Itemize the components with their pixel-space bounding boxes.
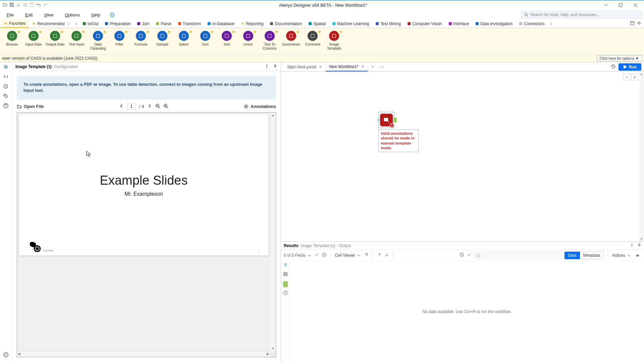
tab-new-workflow[interactable]: New Workflow1* ✕ (326, 62, 368, 71)
refresh-icon[interactable] (611, 64, 616, 70)
cell-viewer-dropdown[interactable]: Cell Viewer (335, 253, 361, 258)
category-recommended[interactable]: ★Recommended (29, 19, 73, 28)
tool-input-data[interactable]: ★Input Data (23, 29, 44, 53)
paragraph-icon[interactable] (364, 252, 369, 258)
config-tab-help-icon[interactable] (3, 103, 8, 110)
maximize-button[interactable] (613, 0, 628, 10)
redo-icon[interactable] (43, 2, 48, 8)
results-search[interactable] (474, 252, 561, 259)
category-spatial[interactable]: Spatial (305, 19, 329, 28)
menu-options[interactable]: Options (60, 11, 85, 19)
category-in-out[interactable]: In/Out (79, 19, 102, 28)
tool-select[interactable]: ★Select (173, 29, 195, 53)
page-input[interactable] (127, 103, 136, 110)
tool-browse[interactable]: ★Browse (1, 29, 23, 53)
tool-join[interactable]: ★Join (216, 29, 237, 53)
menu-view[interactable]: View (39, 11, 58, 19)
paste-icon[interactable] (30, 2, 34, 8)
links-icon[interactable]: ∞ (634, 253, 641, 258)
data-metadata-toggle[interactable]: Data Metadata (564, 251, 603, 259)
category-connectors[interactable]: Connectors (516, 19, 548, 28)
global-search[interactable]: Search for tools, help, and resources... (521, 11, 642, 19)
tab-close-icon[interactable]: ✕ (361, 64, 364, 69)
tool-image-template[interactable]: ★Image Template (323, 29, 345, 53)
category-in-database[interactable]: In-Database (204, 19, 237, 28)
page-prev-button[interactable] (119, 104, 124, 109)
canvas-node[interactable]: ! Valid annotations should be made in ma… (378, 112, 419, 152)
zoom-out-button[interactable] (155, 104, 160, 109)
image-template-node-icon[interactable]: ! (380, 114, 393, 126)
tool-text-to-columns[interactable]: ★Text To Columns (259, 29, 280, 53)
category-machine-learning[interactable]: Machine Learning (329, 19, 372, 28)
cancel-icon[interactable] (322, 252, 326, 258)
help-icon[interactable] (283, 291, 288, 297)
save-icon[interactable] (9, 2, 14, 8)
tool-union[interactable]: ★Union (237, 29, 259, 53)
page-next-button[interactable] (147, 104, 152, 109)
zoom-in-icon[interactable]: + (631, 74, 638, 80)
tool-sample[interactable]: ★Sample (152, 29, 173, 53)
output-anchor-icon[interactable] (283, 281, 288, 287)
minimize-button[interactable] (598, 0, 613, 10)
tab-start-here[interactable]: Start Here.yxmd ✕ (284, 62, 326, 71)
category-next[interactable]: › (548, 21, 554, 26)
config-tab-check-icon[interactable] (3, 352, 8, 359)
category-parse[interactable]: Parse (153, 19, 174, 28)
category-reporting[interactable]: ★Reporting (237, 19, 267, 28)
category-join[interactable]: Join (134, 19, 153, 28)
toggle-data[interactable]: Data (565, 252, 580, 259)
category-interface[interactable]: Interface (445, 19, 473, 28)
run-button[interactable]: Run (619, 63, 641, 71)
category-preparation[interactable]: Preparation (102, 19, 134, 28)
menu-file[interactable]: File (2, 11, 18, 19)
undo-icon[interactable] (36, 2, 41, 8)
tool-sort[interactable]: ★Sort (195, 29, 216, 53)
tab-add-button[interactable]: ＋ (368, 62, 377, 71)
check-icon[interactable] (467, 252, 472, 258)
category-text-mining[interactable]: Text Mining (372, 19, 404, 28)
category-transform[interactable]: Transform (175, 19, 204, 28)
category-favorites[interactable]: ★Favorites (1, 19, 29, 28)
workflow-canvas[interactable]: − + ! Valid annotations should be made i… (281, 72, 644, 241)
doc-horizontal-scrollbar[interactable] (17, 351, 270, 357)
results-kebab-icon[interactable] (630, 243, 634, 248)
tool-comment[interactable]: ★Comment (302, 29, 323, 53)
zoom-out-icon[interactable]: − (623, 74, 630, 80)
apply-icon[interactable] (314, 252, 319, 258)
globe-icon[interactable] (110, 12, 115, 17)
resize-handle-left[interactable] (377, 119, 379, 121)
copy-icon[interactable] (23, 2, 28, 8)
config-tab-clock-icon[interactable] (3, 84, 8, 90)
tool-filter[interactable]: ★Filter (109, 29, 130, 53)
config-kebab-icon[interactable] (265, 64, 269, 69)
menu-help[interactable]: Help (87, 11, 105, 19)
close-button[interactable] (628, 0, 643, 10)
menu-edit[interactable]: Edit (20, 11, 37, 19)
open-file-button[interactable]: Open File (17, 104, 44, 109)
banner-options-button[interactable]: Click here for options ▼ (597, 55, 642, 61)
arrow-up-icon[interactable] (377, 252, 382, 258)
list-icon[interactable] (283, 262, 288, 268)
config-tab-settings-icon[interactable] (3, 64, 8, 71)
toggle-metadata[interactable]: Metadata (580, 252, 603, 259)
tool-formula[interactable]: ★Formula (130, 29, 152, 53)
grid-icon[interactable] (283, 272, 288, 278)
doc-vertical-scrollbar[interactable] (270, 113, 276, 351)
config-tab-xml-icon[interactable] (3, 74, 8, 80)
category-data-investigation[interactable]: Data Investigation (472, 19, 516, 28)
tab-close-icon[interactable]: ✕ (319, 65, 322, 69)
slide-preview[interactable]: Example Slides Mr. Exampleson 12/14/21 1 (19, 115, 268, 255)
results-pin-icon[interactable] (637, 243, 641, 248)
tool-output-data[interactable]: ★Output Data (44, 29, 66, 53)
disable-icon[interactable] (460, 252, 464, 258)
config-tab-tag-icon[interactable] (3, 94, 8, 100)
cut-icon[interactable] (16, 2, 21, 8)
field-count-dropdown[interactable]: 0 of 0 Fields (284, 253, 312, 258)
annotations-button[interactable]: Annotations (244, 104, 276, 109)
open-icon[interactable] (3, 2, 7, 8)
canvas-vertical-scrollbar[interactable] (639, 72, 644, 241)
gear-icon[interactable] (637, 21, 641, 26)
tool-data-cleansing[interactable]: ★Data Cleansing (87, 29, 109, 53)
category-prev[interactable]: ‹ (73, 21, 79, 26)
zoom-in-button[interactable] (163, 104, 168, 109)
